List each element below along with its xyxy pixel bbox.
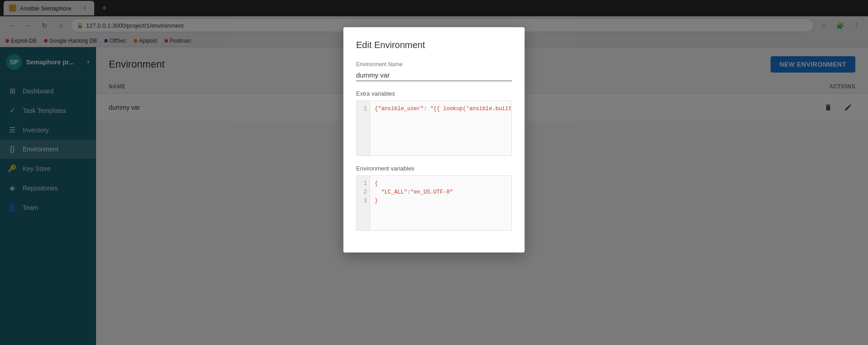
env-variables-lines: 1 2 3 { "LC_ALL":"en_US.UTF-8" }: [357, 176, 511, 230]
modal-title: Edit Environment: [356, 40, 512, 50]
extra-variables-editor[interactable]: 1 {"ansible_user": "{{ lookup('ansible.b…: [356, 101, 512, 156]
env-variables-label: Environment variables: [356, 165, 512, 172]
env-vars-line-numbers: 1 2 3: [357, 176, 370, 230]
extra-variables-section: Extra variables 1 {"ansible_user": "{{ l…: [356, 90, 512, 156]
edit-environment-modal: Edit Environment Environment Name Extra …: [343, 27, 525, 253]
env-name-input[interactable]: [356, 69, 512, 81]
env-name-label: Environment Name: [356, 61, 512, 68]
extra-variables-lines: 1 {"ansible_user": "{{ lookup('ansible.b…: [357, 101, 511, 155]
extra-vars-code: {"ansible_user": "{{ lookup('ansible.bui…: [370, 101, 512, 155]
env-name-field: Environment Name: [356, 61, 512, 81]
modal-overlay[interactable]: Edit Environment Environment Name Extra …: [0, 0, 868, 345]
env-variables-editor[interactable]: 1 2 3 { "LC_ALL":"en_US.UTF-8" }: [356, 175, 512, 231]
extra-variables-label: Extra variables: [356, 90, 512, 97]
extra-vars-line-numbers: 1: [357, 101, 370, 155]
env-vars-code: { "LC_ALL":"en_US.UTF-8" }: [370, 176, 511, 230]
env-variables-section: Environment variables 1 2 3 { "LC_ALL":"…: [356, 165, 512, 231]
